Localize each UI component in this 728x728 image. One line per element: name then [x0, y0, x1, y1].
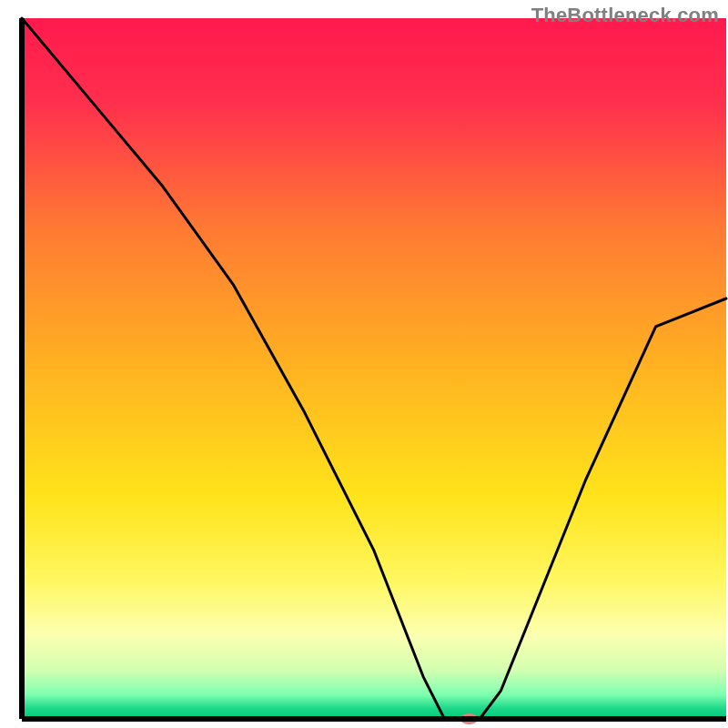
watermark-text: TheBottleneck.com	[531, 4, 719, 27]
gradient-background	[22, 18, 726, 719]
chart-container: TheBottleneck.com	[0, 0, 728, 728]
bottleneck-chart	[0, 0, 728, 728]
